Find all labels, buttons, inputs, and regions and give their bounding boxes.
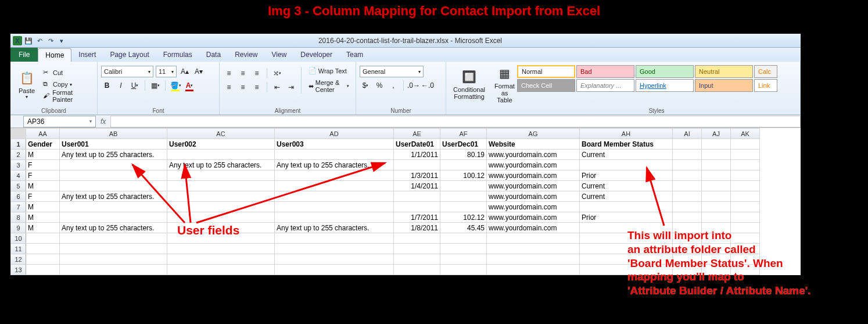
cell[interactable] bbox=[440, 244, 487, 254]
cell[interactable] bbox=[702, 181, 731, 191]
cell[interactable]: User003 bbox=[275, 139, 394, 149]
cell[interactable] bbox=[26, 233, 60, 244]
bold-button[interactable]: B bbox=[101, 80, 113, 91]
conditional-formatting-button[interactable]: 🔲 Conditional Formatting bbox=[450, 66, 489, 101]
cell[interactable] bbox=[275, 212, 394, 223]
column-header[interactable]: AK bbox=[731, 129, 760, 139]
cell[interactable] bbox=[702, 191, 731, 202]
tab-formulas[interactable]: Formulas bbox=[156, 48, 199, 62]
row-header[interactable]: 2 bbox=[11, 149, 26, 160]
cell[interactable] bbox=[702, 254, 731, 265]
cell[interactable] bbox=[673, 160, 702, 170]
cell[interactable] bbox=[167, 212, 275, 223]
cell[interactable]: UserDate01 bbox=[394, 139, 440, 149]
cell[interactable]: M bbox=[26, 212, 60, 223]
cell[interactable] bbox=[60, 254, 167, 265]
cell[interactable] bbox=[702, 139, 731, 149]
cell[interactable]: UserDec01 bbox=[440, 139, 487, 149]
tab-home[interactable]: Home bbox=[38, 48, 71, 62]
column-header[interactable]: AE bbox=[394, 129, 440, 139]
tab-developer[interactable]: Developer bbox=[293, 48, 339, 62]
cell[interactable] bbox=[167, 233, 275, 244]
cell[interactable] bbox=[673, 223, 702, 233]
column-header[interactable]: AD bbox=[275, 129, 394, 139]
style-hyperlink[interactable]: Hyperlink bbox=[636, 79, 694, 92]
cell[interactable]: 1/8/2011 bbox=[394, 223, 440, 233]
cell[interactable] bbox=[26, 254, 60, 265]
formula-input[interactable] bbox=[110, 116, 801, 127]
column-header[interactable]: AB bbox=[60, 129, 167, 139]
style-explanatory[interactable]: Explanatory ... bbox=[576, 79, 634, 92]
increase-decimal-button[interactable]: .0→ bbox=[408, 80, 419, 91]
cell[interactable] bbox=[731, 233, 760, 244]
shrink-font-button[interactable]: A▾ bbox=[193, 66, 205, 77]
cell[interactable]: User001 bbox=[60, 139, 167, 149]
cell[interactable] bbox=[394, 191, 440, 202]
cell[interactable] bbox=[702, 170, 731, 181]
cell[interactable]: Any text up to 255 characters. bbox=[60, 191, 167, 202]
style-normal[interactable]: Normal bbox=[517, 65, 575, 78]
number-format-select[interactable]: General▾ bbox=[360, 66, 424, 77]
cell[interactable] bbox=[60, 265, 167, 275]
percent-button[interactable]: % bbox=[374, 80, 385, 91]
cell[interactable] bbox=[60, 181, 167, 191]
cell[interactable]: Current bbox=[580, 191, 673, 202]
row-header[interactable]: 13 bbox=[11, 265, 26, 275]
cell[interactable] bbox=[731, 265, 760, 275]
row-header[interactable]: 3 bbox=[11, 160, 26, 170]
cell[interactable] bbox=[702, 212, 731, 223]
cell[interactable] bbox=[275, 244, 394, 254]
cut-button[interactable]: ✂Cut bbox=[42, 67, 94, 78]
paste-dropdown-icon[interactable]: ▾ bbox=[26, 94, 28, 99]
cell[interactable] bbox=[673, 139, 702, 149]
cell[interactable] bbox=[394, 233, 440, 244]
cell[interactable] bbox=[26, 244, 60, 254]
cell[interactable] bbox=[673, 149, 702, 160]
cell[interactable] bbox=[580, 265, 673, 275]
cell[interactable]: Website bbox=[487, 139, 580, 149]
cell[interactable]: Current bbox=[580, 149, 673, 160]
tab-data[interactable]: Data bbox=[199, 48, 228, 62]
cell[interactable] bbox=[60, 160, 167, 170]
cell[interactable]: www.yourdomain.com bbox=[487, 149, 580, 160]
column-header[interactable]: AF bbox=[440, 129, 487, 139]
cell[interactable]: 80.19 bbox=[440, 149, 487, 160]
fx-icon[interactable]: fx bbox=[96, 118, 110, 126]
cell[interactable] bbox=[394, 160, 440, 170]
cell[interactable]: Any text up to 255 characters. bbox=[275, 160, 394, 170]
cell[interactable]: F bbox=[26, 170, 60, 181]
cell[interactable] bbox=[731, 160, 760, 170]
cell[interactable] bbox=[731, 223, 760, 233]
cell[interactable] bbox=[731, 170, 760, 181]
cell[interactable] bbox=[394, 202, 440, 212]
cell[interactable] bbox=[440, 202, 487, 212]
cell[interactable] bbox=[60, 244, 167, 254]
italic-button[interactable]: I bbox=[115, 80, 127, 91]
cell[interactable] bbox=[580, 223, 673, 233]
column-header[interactable]: AC bbox=[167, 129, 275, 139]
cell[interactable] bbox=[440, 191, 487, 202]
copy-button[interactable]: ⧉Copy▾ bbox=[42, 79, 94, 90]
cell[interactable] bbox=[673, 181, 702, 191]
row-header[interactable]: 4 bbox=[11, 170, 26, 181]
column-header[interactable]: AG bbox=[487, 129, 580, 139]
cell[interactable] bbox=[731, 181, 760, 191]
cell[interactable] bbox=[673, 265, 702, 275]
cell[interactable] bbox=[440, 265, 487, 275]
cell[interactable]: www.yourdomain.com bbox=[487, 191, 580, 202]
merge-center-button[interactable]: ⬌Merge & Center▾ bbox=[306, 78, 352, 94]
orientation-button[interactable]: ⤭▾ bbox=[271, 67, 283, 79]
style-neutral[interactable]: Neutral bbox=[695, 65, 753, 78]
redo-icon[interactable]: ↷ bbox=[46, 36, 55, 45]
tab-page-layout[interactable]: Page Layout bbox=[103, 48, 156, 62]
cell[interactable] bbox=[673, 244, 702, 254]
cell[interactable]: User002 bbox=[167, 139, 275, 149]
cell[interactable] bbox=[487, 244, 580, 254]
font-name-select[interactable]: Calibri▾ bbox=[101, 66, 153, 77]
cell[interactable] bbox=[394, 244, 440, 254]
cell[interactable] bbox=[731, 202, 760, 212]
align-right-button[interactable]: ≡ bbox=[251, 81, 263, 93]
increase-indent-button[interactable]: ⇥ bbox=[285, 81, 297, 93]
cell[interactable] bbox=[167, 191, 275, 202]
cell[interactable] bbox=[275, 191, 394, 202]
